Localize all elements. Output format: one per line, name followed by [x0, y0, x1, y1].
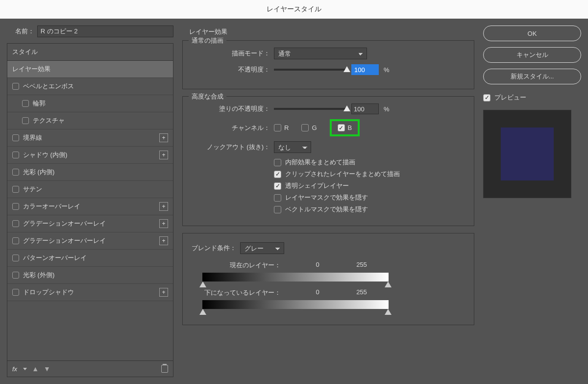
option-label: クリップされたレイヤーをまとめて描画 — [285, 170, 400, 179]
opacity-input[interactable] — [351, 64, 379, 75]
style-checkbox[interactable] — [12, 220, 19, 227]
channel-label: チャンネル： — [192, 124, 270, 132]
option-checkbox[interactable] — [274, 206, 281, 213]
style-row[interactable]: グラデーションオーバーレイ+ — [7, 215, 173, 232]
style-row[interactable]: ドロップシャドウ+ — [7, 284, 173, 301]
style-row[interactable]: シャドウ (内側)+ — [7, 147, 173, 164]
style-row[interactable]: 光彩 (内側) — [7, 164, 173, 181]
style-label: レイヤー効果 — [12, 65, 168, 74]
preview-label: プレビュー — [494, 93, 526, 102]
fill-opacity-input[interactable] — [351, 103, 379, 114]
ok-button[interactable]: OK — [483, 26, 581, 41]
preview-thumbnail — [483, 110, 571, 198]
style-checkbox[interactable] — [12, 272, 19, 279]
option-label: レイヤーマスクで効果を隠す — [285, 193, 368, 202]
style-checkbox[interactable] — [12, 255, 19, 261]
option-label: 透明シェイプレイヤー — [285, 181, 349, 190]
style-label: 光彩 (内側) — [23, 168, 168, 177]
option-checkbox[interactable] — [274, 182, 281, 190]
knockout-label: ノックアウト (抜き)： — [192, 143, 270, 152]
group-normal-title: 通常の描画 — [189, 36, 226, 45]
style-label: テクスチャ — [33, 116, 168, 125]
channel-g-checkbox[interactable] — [301, 124, 309, 131]
name-label: 名前： — [7, 27, 34, 36]
blend-mode-select[interactable]: 通常 — [274, 48, 367, 59]
this-layer-slider[interactable] — [202, 273, 389, 282]
style-row[interactable]: カラーオーバーレイ+ — [7, 198, 173, 215]
group-normal-draw: 通常の描画 描画モード： 通常 不透明度： % — [182, 40, 474, 89]
add-instance-icon[interactable]: + — [159, 133, 168, 142]
style-row[interactable]: 光彩 (外側) — [7, 267, 173, 284]
style-row[interactable]: ベベルとエンボス — [7, 78, 173, 95]
blend-if-select[interactable]: グレー — [240, 242, 284, 254]
styles-header: スタイル — [7, 44, 173, 61]
style-checkbox[interactable] — [12, 152, 19, 158]
channel-r-checkbox[interactable] — [274, 124, 281, 131]
mid-title: レイヤー効果 — [189, 27, 474, 36]
style-row[interactable]: サテン — [7, 181, 173, 198]
style-label: ベベルとエンボス — [23, 82, 168, 91]
style-row[interactable]: パターンオーバーレイ — [7, 250, 173, 267]
add-instance-icon[interactable]: + — [159, 288, 168, 297]
new-style-button[interactable]: 新規スタイル... — [483, 69, 581, 84]
option-label: 内部効果をまとめて描画 — [285, 158, 355, 167]
add-instance-icon[interactable]: + — [159, 236, 168, 245]
style-checkbox[interactable] — [12, 83, 19, 90]
option-checkbox[interactable] — [274, 159, 281, 166]
cancel-button[interactable]: キャンセル — [483, 47, 581, 63]
style-label: サテン — [23, 185, 168, 194]
style-checkbox[interactable] — [12, 203, 19, 210]
blend-mode-label: 描画モード： — [192, 49, 270, 58]
style-label: シャドウ (内側) — [23, 151, 155, 159]
opacity-label: 不透明度： — [192, 65, 270, 74]
style-label: ドロップシャドウ — [23, 288, 155, 297]
blend-if-label: ブレンド条件： — [192, 244, 236, 253]
style-checkbox[interactable] — [12, 134, 19, 141]
style-row[interactable]: レイヤー効果 — [7, 61, 173, 78]
knockout-select[interactable]: なし — [274, 141, 311, 153]
name-input[interactable] — [37, 26, 173, 37]
option-label: ベクトルマスクで効果を隠す — [285, 205, 368, 214]
under-layer-slider[interactable] — [202, 300, 389, 309]
window-title: レイヤースタイル — [0, 0, 588, 19]
group-blend-if: ブレンド条件： グレー 現在のレイヤー： 0 255 下になっているレイヤー — [182, 233, 474, 325]
option-checkbox[interactable] — [274, 171, 281, 178]
style-checkbox[interactable] — [12, 169, 19, 176]
style-row[interactable]: 境界線+ — [7, 129, 173, 147]
add-instance-icon[interactable]: + — [159, 202, 168, 211]
style-checkbox[interactable] — [12, 186, 19, 193]
style-row[interactable]: 輪郭 — [7, 95, 173, 112]
style-row[interactable]: グラデーションオーバーレイ+ — [7, 232, 173, 250]
option-checkbox[interactable] — [274, 194, 281, 202]
style-label: パターンオーバーレイ — [23, 254, 168, 262]
style-label: カラーオーバーレイ — [23, 202, 155, 211]
pct-label: % — [384, 66, 390, 74]
add-instance-icon[interactable]: + — [159, 219, 168, 228]
group-advanced-title: 高度な合成 — [189, 92, 226, 101]
style-checkbox[interactable] — [12, 289, 19, 296]
styles-panel: スタイル レイヤー効果ベベルとエンボス輪郭テクスチャ境界線+シャドウ (内側)+… — [7, 43, 173, 377]
channel-b-checkbox[interactable] — [338, 124, 345, 131]
preview-checkbox[interactable] — [483, 94, 490, 102]
style-checkbox[interactable] — [12, 237, 19, 244]
group-advanced: 高度な合成 塗りの不透明度： % チャンネル： R G B ノックアウト (抜き… — [182, 96, 474, 226]
add-instance-icon[interactable]: + — [159, 151, 168, 159]
style-row[interactable]: テクスチャ — [7, 112, 173, 129]
style-checkbox[interactable] — [22, 100, 29, 107]
move-up-icon[interactable]: ▲ — [32, 365, 39, 373]
opacity-slider[interactable] — [274, 69, 347, 71]
style-label: グラデーションオーバーレイ — [23, 236, 155, 245]
this-layer-label: 現在のレイヤー： — [202, 261, 281, 270]
fx-menu-caret[interactable] — [23, 368, 27, 370]
trash-icon[interactable] — [161, 365, 168, 373]
style-checkbox[interactable] — [22, 117, 29, 124]
style-label: 境界線 — [23, 133, 155, 142]
style-label: グラデーションオーバーレイ — [23, 219, 155, 228]
fx-icon[interactable]: fx — [12, 365, 17, 373]
style-label: 光彩 (外側) — [23, 271, 168, 280]
fill-opacity-label: 塗りの不透明度： — [192, 104, 270, 113]
style-label: 輪郭 — [33, 99, 168, 108]
move-down-icon[interactable]: ▼ — [44, 365, 50, 373]
fill-opacity-slider[interactable] — [274, 108, 347, 110]
under-layer-label: 下になっているレイヤー： — [202, 288, 281, 297]
